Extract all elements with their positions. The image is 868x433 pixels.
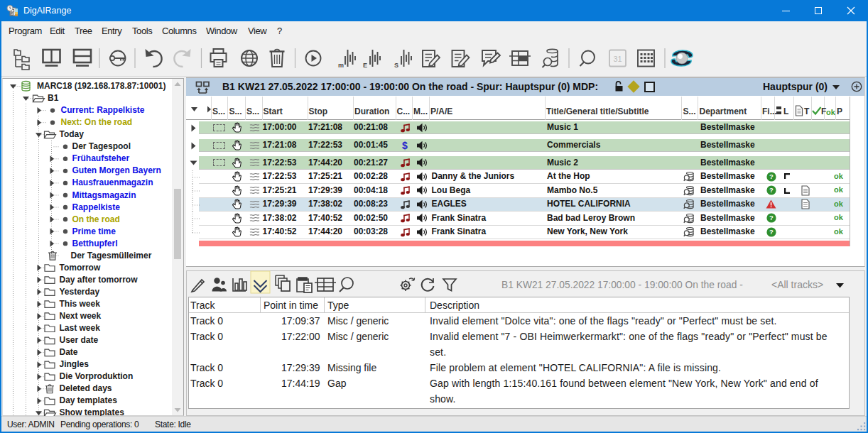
- svg-text:?: ?: [769, 228, 774, 236]
- svg-text:?: ?: [769, 172, 774, 180]
- svg-text:?: ?: [769, 186, 774, 194]
- svg-text:?: ?: [769, 214, 774, 221]
- svg-text:S: S: [394, 62, 398, 69]
- svg-text:m: m: [338, 62, 344, 69]
- svg-text:E: E: [363, 62, 367, 69]
- svg-text:31: 31: [613, 55, 622, 63]
